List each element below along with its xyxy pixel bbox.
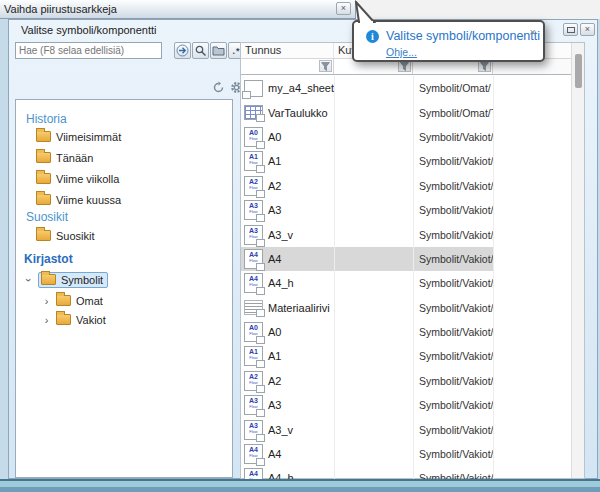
panel-float-button[interactable] — [563, 23, 578, 36]
sidebar-item-viime-kuussa[interactable]: Viime kuussa — [36, 192, 121, 207]
symbol-id: A3_v — [268, 424, 293, 436]
description-cell — [334, 442, 413, 466]
description-cell — [334, 247, 413, 271]
sidebar-item-suosikit[interactable]: Suosikit — [36, 228, 95, 243]
folder-icon — [36, 131, 51, 142]
table-row[interactable]: A2FlowA2Symbolit/Vakiot/Fl... — [241, 369, 573, 393]
page-corner-icon — [256, 239, 265, 247]
search-icon — [195, 45, 207, 57]
filler-cell — [493, 174, 573, 198]
sheet-size-label: A3 — [245, 422, 262, 430]
table-row[interactable]: A4FlowA4Symbolit/Vakiot/Fl... — [241, 442, 573, 466]
tree-node-vakiot[interactable]: › Vakiot — [42, 312, 106, 327]
tooltip-close-button[interactable]: × — [530, 26, 536, 38]
symbol-id: A0 — [268, 131, 281, 143]
chevron-down-icon[interactable]: › — [23, 275, 35, 284]
folder-icon — [212, 45, 225, 56]
sheet-size-label: A4 — [245, 470, 262, 478]
scrollbar-thumb[interactable] — [575, 54, 582, 88]
sheet-thumbnail-icon: A0Flow — [244, 322, 263, 342]
id-cell: A4FlowA4 — [241, 247, 334, 271]
filler-cell — [493, 271, 573, 295]
column-header-tunnus[interactable]: Tunnus — [241, 43, 334, 58]
funnel-icon — [321, 62, 330, 71]
filler-cell — [493, 466, 573, 479]
filler-cell — [493, 198, 573, 222]
symbol-path: Symbolit/Vakiot/Fl... — [413, 344, 493, 368]
table-row[interactable]: MateriaaliriviSymbolit/Vakiot/Fl... — [241, 296, 573, 320]
filler-cell — [493, 320, 573, 344]
refresh-button[interactable] — [211, 80, 226, 95]
window-titlebar[interactable]: Vaihda piirustusarkkeja × — [0, 0, 356, 19]
sheet-thumbnail-icon: A4Flow — [244, 249, 263, 269]
table-row[interactable]: A4FlowA4Symbolit/Vakiot/Fl... — [241, 247, 573, 271]
symbol-id: A3 — [268, 399, 281, 411]
browse-folder-button[interactable] — [210, 42, 227, 59]
description-cell — [334, 271, 413, 295]
symbol-path: Symbolit/Vakiot/Fl... — [413, 417, 493, 441]
sidebar-item-tanaan[interactable]: Tänään — [36, 150, 93, 165]
tree-node-symbolit[interactable]: › Symbolit — [24, 272, 108, 287]
sheet-size-label: A0 — [245, 324, 262, 332]
sheet-size-label: A0 — [245, 129, 262, 137]
symbol-id: A3_v — [268, 229, 293, 241]
table-row[interactable]: my_a4_sheetSymbolit/Omat/ — [241, 76, 573, 100]
page-corner-icon — [256, 360, 265, 368]
search-input[interactable] — [15, 42, 162, 59]
id-cell: A2FlowA2 — [241, 369, 334, 393]
table-row[interactable]: A0FlowA0Symbolit/Vakiot/Fl... — [241, 320, 573, 344]
filter-button[interactable] — [319, 60, 332, 72]
table-row[interactable]: A4FlowA4_hSymbolit/Vakiot/Fl... — [241, 271, 573, 295]
sheet-thumbnail-icon: A4Flow — [244, 468, 263, 479]
table-row[interactable]: A3FlowA3Symbolit/Vakiot/Fl... — [241, 198, 573, 222]
table-row[interactable]: A1FlowA1Symbolit/Vakiot/Fl... — [241, 149, 573, 173]
table-row[interactable]: A3FlowA3_vSymbolit/Vakiot/Fl... — [241, 222, 573, 246]
vertical-scrollbar[interactable] — [571, 43, 584, 478]
sheet-size-label: A1 — [245, 153, 262, 161]
sheet-thumbnail-icon: A2Flow — [244, 176, 263, 196]
chevron-right-icon[interactable]: › — [42, 314, 51, 326]
table-row[interactable]: A3FlowA3_vSymbolit/Vakiot/Fl... — [241, 417, 573, 441]
symbol-id: A4_h — [268, 277, 294, 289]
tree-node-omat[interactable]: › Omat — [42, 293, 103, 308]
search-button[interactable] — [192, 42, 209, 59]
id-cell: Materiaalirivi — [241, 296, 334, 320]
help-link[interactable]: Ohje... — [386, 46, 417, 58]
selected-tree-node[interactable]: Symbolit — [38, 272, 108, 288]
chevron-right-icon[interactable]: › — [42, 295, 51, 307]
filler-cell — [493, 125, 573, 149]
sheet-size-label: A4 — [245, 446, 262, 454]
page-corner-icon — [256, 336, 265, 344]
symbol-id: A2 — [268, 180, 281, 192]
filter-cell-tunnus[interactable] — [241, 59, 334, 74]
sheet-thumbnail-icon: A3Flow — [244, 225, 263, 245]
table-row[interactable]: A4FlowA4_hSymbolit/Vakiot/Fl... — [241, 466, 573, 479]
table-row[interactable]: A2FlowA2Symbolit/Vakiot/Fl... — [241, 174, 573, 198]
symbol-path: Symbolit/Vakiot/Fl... — [413, 393, 493, 417]
sheet-thumbnail-icon: A3Flow — [244, 200, 263, 220]
sidebar-item-viimeisimmat[interactable]: Viimeisimmät — [36, 129, 121, 144]
symbol-id: A4 — [268, 448, 281, 460]
table-row[interactable]: A0FlowA0Symbolit/Vakiot/Fl... — [241, 125, 573, 149]
funnel-icon — [400, 62, 409, 71]
status-strip — [0, 479, 600, 492]
id-cell: A3FlowA3 — [241, 198, 334, 222]
id-cell: A1FlowA1 — [241, 149, 334, 173]
table-row[interactable]: VarTaulukkoSymbolit/Omat/Ta... — [241, 100, 573, 124]
table-row[interactable]: A3FlowA3Symbolit/Vakiot/Fl... — [241, 393, 573, 417]
funnel-icon — [480, 62, 489, 71]
description-cell — [334, 369, 413, 393]
page-corner-icon — [256, 165, 265, 173]
go-button[interactable] — [174, 42, 191, 59]
panel-title: Valitse symboli/komponentti — [21, 24, 157, 36]
table-row[interactable]: A1FlowA1Symbolit/Vakiot/Fl... — [241, 344, 573, 368]
symbol-id: A1 — [268, 350, 281, 362]
sidebar-item-viime-viikolla[interactable]: Viime viikolla — [36, 171, 119, 186]
sheet-thumbnail-icon: A2Flow — [244, 371, 263, 391]
go-arrow-icon — [176, 44, 189, 57]
symbol-path: Symbolit/Vakiot/Fl... — [413, 296, 493, 320]
window-close-button[interactable]: × — [336, 2, 351, 15]
folder-icon — [36, 230, 51, 241]
section-header-suosikit: Suosikit — [26, 210, 68, 224]
panel-close-button[interactable]: × — [580, 23, 595, 36]
